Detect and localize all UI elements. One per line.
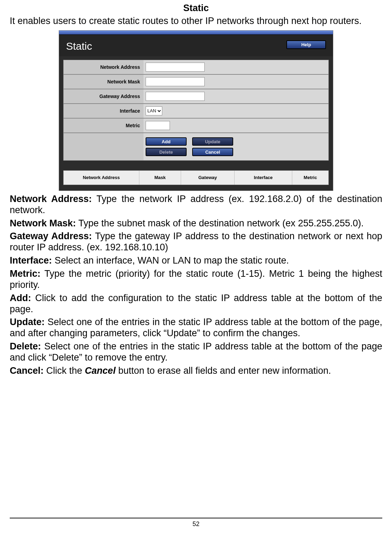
network-mask-input[interactable]: [146, 77, 205, 86]
def-metric: Metric: Type the metric (priority) for t…: [10, 268, 382, 291]
def-update: Update: Select one of the entries in the…: [10, 317, 382, 339]
gateway-address-input[interactable]: [146, 92, 205, 101]
network-address-label: Network Address: [64, 60, 144, 74]
doc-title: Static: [10, 3, 382, 14]
window-titlebar: [59, 31, 333, 35]
def-gateway-address: Gateway Address: Type the gateway IP add…: [10, 231, 382, 253]
panel-title: Static: [66, 40, 92, 52]
def-interface: Interface: Select an interface, WAN or L…: [10, 255, 382, 266]
cancel-button[interactable]: Cancel: [192, 148, 233, 156]
router-config-screenshot: Static Help Network Address Network Mask…: [59, 30, 333, 191]
def-network-address: Network Address: Type the network IP add…: [10, 194, 382, 216]
def-add: Add: Click to add the configuration to t…: [10, 293, 382, 315]
help-button[interactable]: Help: [286, 40, 326, 49]
network-address-input[interactable]: [146, 63, 205, 72]
def-cancel: Cancel: Click the Cancel button to erase…: [10, 365, 382, 377]
doc-intro: It enables users to create static routes…: [10, 16, 382, 27]
interface-select[interactable]: LAN: [146, 106, 162, 115]
th-mask: Mask: [139, 171, 181, 185]
def-delete: Delete: Select one of the entries in the…: [10, 341, 382, 363]
th-gateway: Gateway: [181, 171, 235, 185]
th-network-address: Network Address: [64, 171, 139, 185]
def-network-mask: Network Mask: Type the subnet mask of th…: [10, 218, 382, 229]
metric-input[interactable]: [146, 121, 170, 130]
metric-label: Metric: [64, 119, 144, 132]
th-interface: Interface: [235, 171, 292, 185]
page-footer: 52: [10, 518, 382, 528]
network-mask-label: Network Mask: [64, 75, 144, 89]
gateway-address-label: Gateway Address: [64, 89, 144, 103]
delete-button[interactable]: Delete: [146, 148, 187, 156]
page-number: 52: [193, 520, 199, 527]
update-button[interactable]: Update: [192, 137, 233, 146]
th-metric: Metric: [292, 171, 328, 185]
routes-table: Network Address Mask Gateway Interface M…: [63, 170, 329, 185]
add-button[interactable]: Add: [146, 137, 187, 146]
interface-label: Interface: [64, 104, 144, 118]
